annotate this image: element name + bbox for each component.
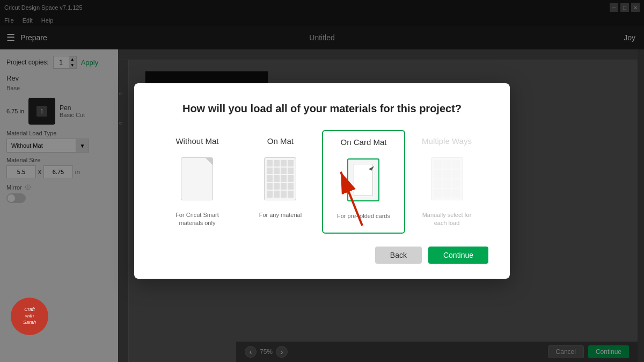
option-on-card-mat-desc: For pre-folded cards: [337, 212, 390, 220]
mat-icon: [264, 157, 296, 200]
option-on-mat-desc: For any material: [259, 211, 302, 219]
option-on-card-mat-label: On Card Mat: [341, 137, 387, 147]
card-mat-icon: [347, 158, 379, 201]
option-on-card-mat-icon: [342, 153, 385, 207]
option-on-mat[interactable]: On Mat For any material: [239, 130, 322, 234]
modal-title: How will you load all of your materials …: [156, 103, 488, 115]
option-multiple-ways-desc: Manually select for each load: [416, 211, 478, 228]
option-on-mat-icon: [259, 152, 302, 206]
mat-grid: [265, 158, 296, 200]
modal-back-button[interactable]: Back: [375, 247, 422, 264]
option-on-mat-label: On Mat: [267, 136, 294, 146]
option-without-mat-desc: For Cricut Smart materials only: [166, 211, 228, 228]
option-without-mat-icon: [175, 152, 218, 206]
watermark-text: CraftwithSarah: [23, 307, 36, 325]
watermark-logo: CraftwithSarah: [11, 298, 48, 335]
modal-footer: Back Continue: [156, 247, 488, 264]
modal-continue-button[interactable]: Continue: [428, 247, 488, 264]
modal-overlay: How will you load all of your materials …: [0, 0, 644, 362]
option-multiple-ways-icon: [426, 152, 469, 206]
option-multiple-ways-label: Multiple Ways: [422, 136, 472, 146]
material-load-modal: How will you load all of your materials …: [134, 83, 510, 279]
option-on-card-mat[interactable]: On Card Mat For pre-folded cards: [322, 130, 405, 234]
option-multiple-ways: Multiple Ways Manually select for each l…: [405, 130, 488, 234]
multi-icon: [431, 157, 463, 200]
modal-options: Without Mat For Cricut Smart materials o…: [156, 130, 488, 234]
option-without-mat[interactable]: Without Mat For Cricut Smart materials o…: [156, 130, 239, 234]
paper-icon: [181, 157, 213, 200]
option-without-mat-label: Without Mat: [175, 136, 218, 146]
multi-grid: [431, 158, 463, 200]
